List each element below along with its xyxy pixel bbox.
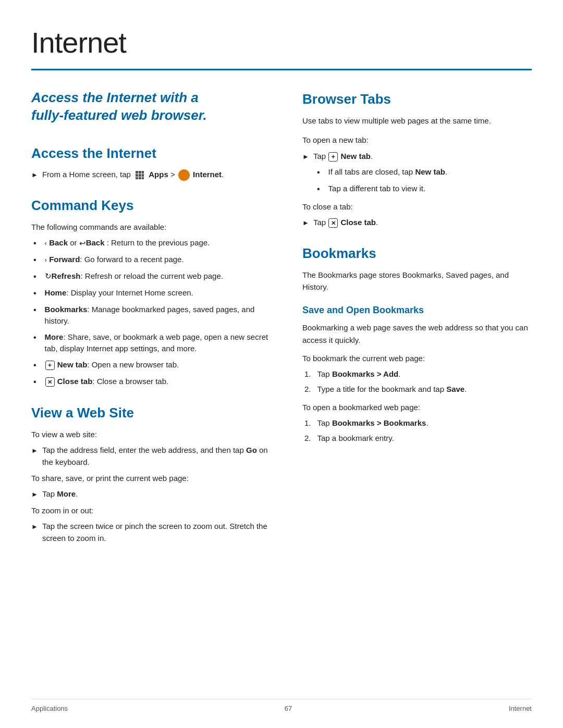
view-web-site-step-1: ► Tap the address field, enter the web a… [31,445,271,468]
arrow-icon: ► [31,170,38,180]
svg-rect-8 [142,177,144,179]
refresh-icon: ↻ [45,272,52,280]
command-forward: › Forward: Go forward to a recent page. [31,254,271,266]
tagline: Access the Internet with a fully-feature… [31,89,271,125]
svg-rect-4 [139,174,141,177]
view-web-site-title: View a Web Site [31,403,271,423]
access-internet-title: Access the Internet [31,143,271,164]
bookmark-save-steps: Tap Bookmarks > Add. Type a title for th… [302,368,532,395]
footer-left: Applications [31,704,68,714]
command-close-tab: ✕ Close tab: Close a browser tab. [31,376,271,388]
open-tab-bullet-2: Tap a different tab to view it. [315,183,532,195]
view-web-site-step-2: ► Tap More. [31,488,271,500]
view-web-site-intro-2: To share, save, or print the current web… [31,472,271,484]
view-web-site-step-3: ► Tap the screen twice or pinch the scre… [31,521,271,544]
svg-rect-6 [136,177,138,179]
page-footer: Applications 67 Internet [31,699,532,714]
svg-rect-5 [142,174,144,177]
arrow-icon-2: ► [31,489,38,500]
command-bookmarks: Bookmarks: Manage bookmarked pages, save… [31,304,271,327]
svg-rect-0 [136,171,138,174]
arrow-icon-1: ► [31,446,38,456]
title-divider [31,69,532,70]
command-back: ‹ Back or ↩Back : Return to the previous… [31,237,271,250]
close-tab-instruction: ► Tap ✕ Close tab. [302,217,532,229]
x-icon-tab: ✕ [328,218,338,228]
bookmark-save-step-1: Tap Bookmarks > Add. [302,368,532,380]
bookmark-save-intro: To bookmark the current web page: [302,352,532,364]
arrow-icon-open-tab: ► [302,152,309,162]
close-tab-intro: To close a tab: [302,201,532,213]
bookmarks-description: The Bookmarks page stores Bookmarks, Sav… [302,269,532,293]
svg-rect-7 [139,177,141,179]
apps-grid-icon [134,170,145,180]
x-icon: ✕ [45,377,55,387]
bookmark-open-step-2: Tap a bookmark entry. [302,433,532,445]
access-internet-instruction: ► From a Home screen, tap [31,169,271,181]
plus-icon: + [45,361,55,370]
open-tab-bullet-1: If all tabs are closed, tap New tab. [315,166,532,179]
svg-rect-1 [139,171,141,174]
footer-right: Internet [509,704,532,714]
view-web-site-intro-1: To view a web site: [31,428,271,440]
back-arrow-icon: ↩ [79,239,86,248]
command-keys-title: Command Keys [31,195,271,216]
arrow-icon-close-tab: ► [302,218,309,228]
command-new-tab: + New tab: Open a new browser tab. [31,359,271,372]
open-tab-intro: To open a new tab: [302,134,532,146]
left-column: Access the Internet with a fully-feature… [31,89,271,548]
command-keys-list: ‹ Back or ↩Back : Return to the previous… [31,237,271,388]
command-more: More: Share, save, or bookmark a web pag… [31,331,271,355]
arrow-icon-3: ► [31,522,38,532]
page-title: Internet [31,21,532,65]
open-tab-bullets: If all tabs are closed, tap New tab. Tap… [302,166,532,195]
save-open-description: Bookmarking a web page saves the web add… [302,322,532,346]
bookmark-save-step-2: Type a title for the bookmark and tap Sa… [302,384,532,396]
svg-rect-2 [142,171,144,174]
svg-rect-3 [136,174,138,177]
bookmark-open-intro: To open a bookmarked web page: [302,401,532,413]
plus-icon-tab: + [328,152,338,162]
forward-chevron-icon: › [45,256,47,264]
save-open-bookmarks-subtitle: Save and Open Bookmarks [302,303,532,317]
browser-tabs-title: Browser Tabs [302,89,532,109]
bookmark-open-steps: Tap Bookmarks > Bookmarks. Tap a bookmar… [302,417,532,444]
command-refresh: ↻Refresh: Refresh or reload the current … [31,270,271,283]
bookmark-open-step-1: Tap Bookmarks > Bookmarks. [302,417,532,429]
command-home: Home: Display your Internet Home screen. [31,287,271,300]
view-web-site-intro-3: To zoom in or out: [31,504,271,516]
footer-center: 67 [285,704,292,714]
browser-tabs-description: Use tabs to view multiple web pages at t… [302,115,532,127]
right-column: Browser Tabs Use tabs to view multiple w… [302,89,532,548]
open-tab-instruction: ► Tap + New tab. [302,151,532,163]
command-keys-intro: The following commands are available: [31,221,271,233]
internet-app-icon [178,169,190,181]
bookmarks-title: Bookmarks [302,243,532,264]
back-chevron-icon: ‹ [45,239,47,247]
